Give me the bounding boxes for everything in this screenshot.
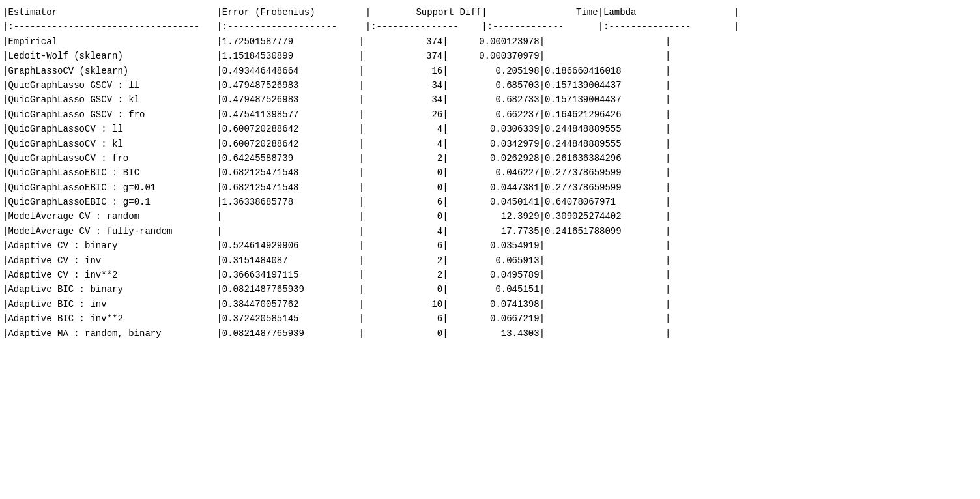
row-pipe: | xyxy=(216,64,222,78)
row-pipe: | xyxy=(442,35,448,49)
row-pipe: | xyxy=(540,122,545,136)
cell-estimator: QuicGraphLasso GSCV : ll xyxy=(8,78,216,93)
cell-estimator: Adaptive CV : inv xyxy=(8,253,216,268)
row-pipe: | xyxy=(3,64,8,78)
table-row: | Adaptive CV : binary| 0.524614929906| … xyxy=(0,238,980,253)
cell-lambda: 0.186660416018 xyxy=(545,64,665,78)
cell-lambda: 0.277378659599 xyxy=(545,165,665,180)
row-pipe: | xyxy=(665,326,670,341)
row-pipe: | xyxy=(359,311,364,326)
row-pipe: | xyxy=(540,137,545,151)
row-pipe: | xyxy=(665,195,670,209)
row-pipe: | xyxy=(665,253,670,268)
row-pipe: | xyxy=(3,107,8,122)
table-row: | QuicGraphLasso GSCV : kl| 0.4794875269… xyxy=(0,93,980,107)
row-pipe: | xyxy=(442,180,448,195)
table-row: | ModelAverage CV : fully-random|| 4 | 1… xyxy=(0,224,980,238)
row-pipe: | xyxy=(216,238,222,253)
header-estimator: Estimator xyxy=(8,5,216,20)
row-pipe: | xyxy=(3,253,8,268)
sep: | xyxy=(734,20,739,34)
row-pipe: | xyxy=(442,122,448,136)
row-pipe: | xyxy=(540,282,545,296)
row-pipe: | xyxy=(442,297,448,311)
cell-time: 0.0342979 xyxy=(448,137,540,151)
row-pipe: | xyxy=(442,165,448,180)
row-pipe: | xyxy=(216,180,222,195)
cell-error: 0.493446448664 xyxy=(222,64,359,78)
header-support: Support Diff xyxy=(371,5,482,20)
divider-estimator: :---------------------------------- xyxy=(8,20,216,34)
cell-estimator: QuicGraphLasso GSCV : kl xyxy=(8,93,216,107)
row-pipe: | xyxy=(216,195,222,209)
cell-time: 0.0262928 xyxy=(448,151,540,165)
header-lambda: Lambda xyxy=(603,5,734,20)
row-pipe: | xyxy=(540,151,545,165)
divider-support: :--------------- xyxy=(371,20,482,34)
row-pipe: | xyxy=(359,282,364,296)
row-pipe: | xyxy=(442,224,448,238)
sep: | xyxy=(366,20,371,34)
cell-estimator: QuicGraphLassoCV : fro xyxy=(8,151,216,165)
table-row: | QuicGraphLassoEBIC : BIC| 0.6821254715… xyxy=(0,165,980,180)
row-pipe: | xyxy=(216,253,222,268)
cell-time: 0.685703 xyxy=(448,78,540,93)
cell-support: 4 xyxy=(364,137,442,151)
row-pipe: | xyxy=(442,209,448,223)
row-pipe: | xyxy=(665,180,670,195)
row-pipe: | xyxy=(665,268,670,282)
row-pipe: | xyxy=(540,165,545,180)
row-pipe: | xyxy=(3,311,8,326)
row-pipe: | xyxy=(216,151,222,165)
row-pipe: | xyxy=(216,297,222,311)
row-pipe: | xyxy=(442,253,448,268)
row-pipe: | xyxy=(665,282,670,296)
cell-time: 0.0447381 xyxy=(448,180,540,195)
row-pipe: | xyxy=(665,238,670,253)
cell-support: 34 xyxy=(364,93,442,107)
cell-time: 0.205198 xyxy=(448,64,540,78)
cell-error: 0.372420585145 xyxy=(222,311,359,326)
cell-estimator: Adaptive MA : random, binary xyxy=(8,326,216,341)
sep: | xyxy=(216,20,222,34)
row-pipe: | xyxy=(540,93,545,107)
cell-estimator: QuicGraphLassoCV : ll xyxy=(8,122,216,136)
row-pipe: | xyxy=(442,64,448,78)
row-pipe: | xyxy=(540,180,545,195)
cell-error: 0.600720288642 xyxy=(222,122,359,136)
row-pipe: | xyxy=(3,93,8,107)
cell-estimator: QuicGraphLassoEBIC : BIC xyxy=(8,165,216,180)
table-row: | QuicGraphLassoCV : kl| 0.600720288642|… xyxy=(0,137,980,151)
row-pipe: | xyxy=(3,224,8,238)
table-row: | QuicGraphLassoCV : ll| 0.600720288642|… xyxy=(0,122,980,136)
cell-error: 0.682125471548 xyxy=(222,165,359,180)
row-pipe: | xyxy=(442,93,448,107)
row-pipe: | xyxy=(359,78,364,93)
cell-error: 0.682125471548 xyxy=(222,180,359,195)
row-pipe: | xyxy=(665,137,670,151)
row-pipe: | xyxy=(665,107,670,122)
cell-lambda: 0.164621296426 xyxy=(545,107,665,122)
divider-lambda: :--------------- xyxy=(603,20,734,34)
cell-estimator: QuicGraphLassoCV : kl xyxy=(8,137,216,151)
row-pipe: | xyxy=(442,326,448,341)
divider-error: :-------------------- xyxy=(222,20,366,34)
cell-support: 34 xyxy=(364,78,442,93)
row-pipe: | xyxy=(359,35,364,49)
cell-error: 0.64245588739 xyxy=(222,151,359,165)
cell-estimator: ModelAverage CV : fully-random xyxy=(8,224,216,238)
sep: | xyxy=(482,20,487,34)
cell-lambda: 0.244848889555 xyxy=(545,137,665,151)
row-pipe: | xyxy=(665,78,670,93)
row-pipe: | xyxy=(3,122,8,136)
cell-support: 2 xyxy=(364,151,442,165)
cell-support: 0 xyxy=(364,326,442,341)
cell-time: 12.3929 xyxy=(448,209,540,223)
cell-estimator: Adaptive BIC : inv xyxy=(8,297,216,311)
row-pipe: | xyxy=(540,107,545,122)
table-row: | Adaptive MA : random, binary| 0.082148… xyxy=(0,326,980,341)
sep: | xyxy=(598,20,603,34)
table-header: | Estimator | Error (Frobenius) | Suppor… xyxy=(0,5,980,20)
row-pipe: | xyxy=(216,93,222,107)
row-pipe: | xyxy=(216,224,222,238)
